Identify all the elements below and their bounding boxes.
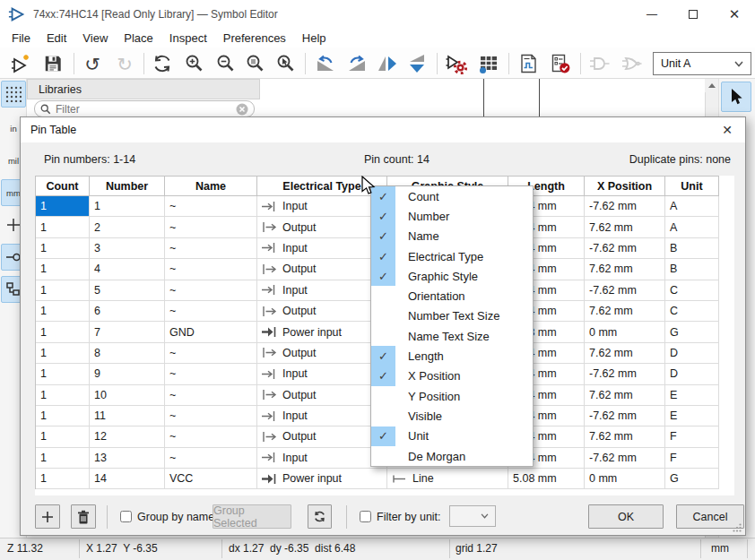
- cell-unit[interactable]: D: [665, 364, 719, 384]
- cell-x-position[interactable]: 0 mm: [585, 322, 665, 342]
- cell-count[interactable]: 1: [36, 196, 90, 217]
- cell-x-position[interactable]: 7.62 mm: [585, 426, 665, 447]
- cell-count[interactable]: 1: [36, 301, 90, 322]
- mirror-horizontal-button[interactable]: [374, 51, 401, 76]
- menu-option-x-position[interactable]: ✓X Position: [371, 366, 533, 386]
- cell-x-position[interactable]: 7.62 mm: [585, 259, 665, 280]
- cell-number[interactable]: 5: [90, 280, 165, 301]
- menu-view[interactable]: View: [74, 30, 116, 47]
- rotate-left-button[interactable]: [312, 51, 339, 76]
- cell-unit[interactable]: A: [665, 217, 719, 237]
- libraries-filter-input[interactable]: [56, 103, 236, 116]
- menu-option-de-morgan[interactable]: De Morgan: [371, 446, 533, 466]
- cell-x-position[interactable]: -7.62 mm: [585, 364, 665, 384]
- libraries-filter[interactable]: [34, 100, 255, 117]
- cell-x-position[interactable]: 7.62 mm: [585, 343, 665, 364]
- cell-number[interactable]: 10: [90, 385, 165, 406]
- clear-filter-icon[interactable]: [236, 103, 248, 116]
- dialog-close-button[interactable]: ✕: [717, 121, 737, 139]
- menu-file[interactable]: File: [4, 30, 39, 47]
- menu-option-unit[interactable]: ✓Unit: [371, 426, 533, 446]
- rotate-right-button[interactable]: [343, 51, 370, 76]
- cell-number[interactable]: 14: [90, 469, 165, 489]
- cell-unit[interactable]: C: [665, 301, 719, 322]
- cell-electrical-type[interactable]: Input: [257, 448, 387, 469]
- cell-electrical-type[interactable]: Output: [257, 385, 387, 406]
- cell-number[interactable]: 7: [90, 322, 165, 342]
- demorgan-alternate-button[interactable]: [619, 51, 646, 76]
- filter-by-unit-checkbox[interactable]: [360, 511, 371, 522]
- zoom-out-button[interactable]: [213, 51, 239, 76]
- maximize-button[interactable]: [673, 0, 714, 29]
- cell-number[interactable]: 1: [90, 196, 165, 217]
- cell-name[interactable]: ~: [165, 426, 257, 447]
- cell-count[interactable]: 1: [36, 238, 90, 259]
- menu-edit[interactable]: Edit: [39, 30, 74, 47]
- cell-name[interactable]: ~: [165, 385, 257, 406]
- column-header-count[interactable]: Count: [36, 177, 90, 196]
- undo-button[interactable]: ↺: [79, 51, 106, 76]
- cell-x-position[interactable]: -7.62 mm: [585, 280, 665, 301]
- cell-x-position[interactable]: -7.62 mm: [585, 448, 665, 469]
- filter-unit-select[interactable]: [449, 505, 496, 527]
- pin-table-button[interactable]: [475, 51, 502, 76]
- zoom-in-button[interactable]: [181, 51, 208, 76]
- cell-name[interactable]: ~: [165, 343, 257, 364]
- select-tool-button[interactable]: [721, 82, 751, 112]
- refresh-view-button[interactable]: [149, 51, 176, 76]
- cell-count[interactable]: 1: [36, 343, 90, 364]
- minimize-button[interactable]: —: [631, 0, 673, 29]
- ok-button[interactable]: OK: [588, 504, 664, 529]
- cell-count[interactable]: 1: [36, 364, 90, 384]
- cell-x-position[interactable]: 7.62 mm: [585, 217, 665, 237]
- menu-option-y-position[interactable]: Y Position: [371, 386, 533, 406]
- cell-count[interactable]: 1: [36, 469, 90, 489]
- cell-name[interactable]: ~: [165, 196, 257, 217]
- menu-option-visible[interactable]: Visible: [371, 406, 533, 426]
- add-pin-button[interactable]: [35, 504, 60, 529]
- cell-name[interactable]: ~: [165, 301, 257, 322]
- column-header-name[interactable]: Name: [165, 177, 257, 196]
- cell-unit[interactable]: D: [665, 343, 719, 364]
- menu-inspect[interactable]: Inspect: [161, 30, 215, 47]
- column-header-unit[interactable]: Unit: [665, 177, 719, 196]
- cell-number[interactable]: 8: [90, 343, 165, 364]
- cell-unit[interactable]: E: [665, 406, 719, 426]
- menu-option-electrical-type[interactable]: ✓Electrical Type: [371, 246, 533, 266]
- cell-electrical-type[interactable]: Output: [257, 301, 387, 322]
- demorgan-standard-button[interactable]: [586, 51, 613, 76]
- cell-electrical-type[interactable]: Input: [257, 280, 387, 301]
- group-by-name-checkbox[interactable]: [120, 511, 132, 522]
- menu-option-name[interactable]: ✓Name: [371, 227, 533, 246]
- cell-x-position[interactable]: -7.62 mm: [585, 196, 665, 217]
- mirror-vertical-button[interactable]: [404, 51, 430, 76]
- cell-electrical-type[interactable]: Power input: [257, 322, 387, 342]
- menu-preferences[interactable]: Preferences: [215, 30, 294, 47]
- menu-option-graphic-style[interactable]: ✓Graphic Style: [371, 266, 533, 286]
- cell-name[interactable]: ~: [165, 217, 257, 237]
- resize-grip[interactable]: [733, 523, 742, 532]
- menu-help[interactable]: Help: [294, 30, 334, 47]
- menu-option-count[interactable]: ✓Count: [371, 186, 533, 206]
- cell-name[interactable]: GND: [165, 322, 257, 342]
- delete-pin-button[interactable]: [71, 504, 96, 529]
- new-symbol-button[interactable]: [7, 51, 34, 76]
- cell-x-position[interactable]: -7.62 mm: [585, 238, 665, 259]
- cell-electrical-type[interactable]: Input: [257, 238, 387, 259]
- menu-option-number-text-size[interactable]: Number Text Size: [371, 306, 533, 326]
- menu-option-orientation[interactable]: Orientation: [371, 286, 533, 306]
- cell-name[interactable]: ~: [165, 259, 257, 280]
- cell-count[interactable]: 1: [36, 217, 90, 237]
- menu-place[interactable]: Place: [116, 30, 161, 47]
- cell-unit[interactable]: G: [665, 469, 719, 489]
- scroll-up-button[interactable]: [705, 79, 718, 92]
- cell-number[interactable]: 4: [90, 259, 165, 280]
- cell-unit[interactable]: B: [665, 238, 719, 259]
- cell-unit[interactable]: F: [665, 426, 719, 447]
- cell-graphic-style[interactable]: Line: [387, 469, 508, 489]
- cell-length[interactable]: 5.08 mm: [508, 469, 585, 489]
- zoom-fit-button[interactable]: [242, 51, 269, 76]
- cell-unit[interactable]: C: [665, 280, 719, 301]
- cell-x-position[interactable]: 7.62 mm: [585, 385, 665, 406]
- cell-unit[interactable]: E: [665, 385, 719, 406]
